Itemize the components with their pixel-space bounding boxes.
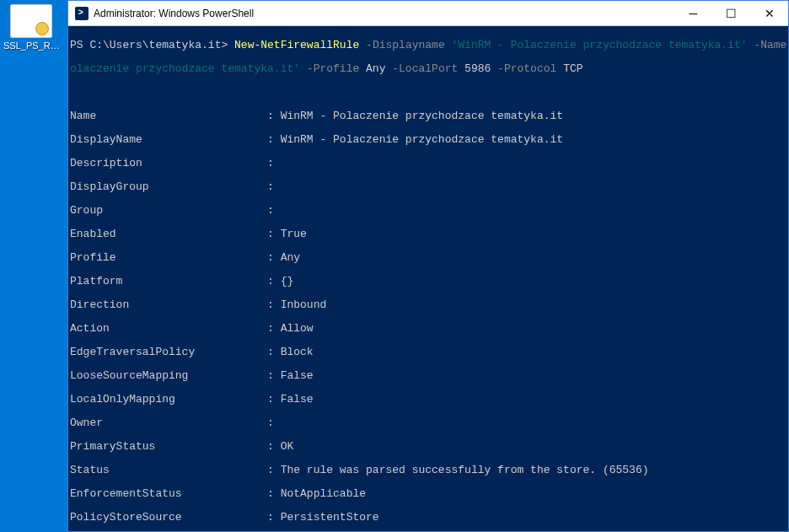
result-policystoresource: PolicyStoreSource : PersistentStore [70,512,786,524]
result-owner: Owner : [70,417,786,429]
result-profile: Profile : Any [70,252,786,264]
result-localonly: LocalOnlyMapping : False [70,394,786,406]
result-enabled: Enabled : True [70,228,786,240]
window-title: Administrator: Windows PowerShell [94,8,674,19]
desktop-icon-label: SSL_PS_Rem... [2,40,62,51]
result-status: Status : The rule was parsed successfull… [70,465,786,476]
result-description: Description : [70,158,786,169]
result-action: Action : Allow [70,323,786,335]
minimize-button[interactable]: ─ [674,1,712,25]
maximize-button[interactable]: ☐ [712,1,750,25]
desktop-cert-icon[interactable]: SSL_PS_Rem... [2,4,61,55]
result-edgetraversal: EdgeTraversalPolicy : Block [70,347,786,358]
result-platform: Platform : {} [70,276,786,287]
close-button[interactable]: ✕ [750,1,788,25]
titlebar[interactable]: Administrator: Windows PowerShell ─ ☐ ✕ [68,1,788,26]
result-displayname: DisplayName : WinRM - Polaczenie przycho… [70,134,786,146]
result-displaygroup: DisplayGroup : [70,181,786,193]
result-direction: Direction : Inbound [70,299,786,311]
certificate-seal-icon [35,22,49,35]
cmd-new-netfirewallrule: New-NetFirewallRule [234,39,359,51]
result-group: Group : [70,205,786,217]
result-loosesource: LooseSourceMapping : False [70,370,786,382]
powershell-window: Administrator: Windows PowerShell ─ ☐ ✕ … [67,0,789,532]
terminal-output[interactable]: PS C:\Users\tematyka.it> New-NetFirewall… [68,26,788,531]
prompt: PS C:\Users\tematyka.it> [70,39,234,51]
certificate-icon [10,4,52,38]
result-enforcement: EnforcementStatus : NotApplicable [70,488,786,500]
result-name: Name : WinRM - Polaczenie przychodzace t… [70,110,786,122]
powershell-icon [75,7,89,20]
result-primarystatus: PrimaryStatus : OK [70,441,786,453]
